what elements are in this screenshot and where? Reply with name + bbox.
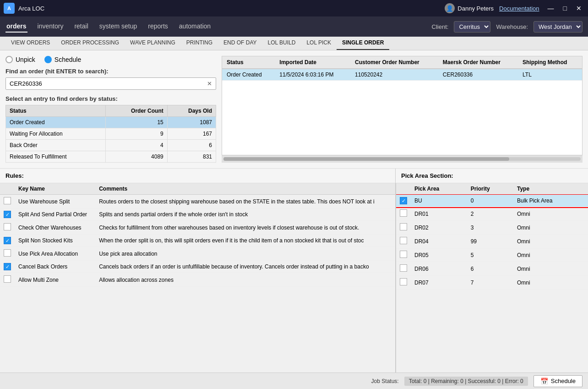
- rule-checkbox-0[interactable]: [4, 197, 11, 204]
- client-select[interactable]: Cerritus: [454, 21, 490, 33]
- rule-check-3[interactable]: [0, 235, 15, 247]
- pick-checkbox-2[interactable]: [400, 223, 407, 230]
- pick-row-6[interactable]: DR07 7 Omni: [396, 276, 588, 290]
- order-maersk-col: Maersk Order Number: [438, 56, 518, 69]
- pick-row-3[interactable]: DR04 99 Omni: [396, 235, 588, 248]
- order-count-col-header: Order Count: [105, 105, 167, 117]
- rule-check-4[interactable]: [0, 247, 15, 261]
- rule-checkbox-4[interactable]: [4, 249, 11, 257]
- pick-check-2[interactable]: [396, 221, 411, 235]
- sub-nav-printing[interactable]: PRINTING: [181, 37, 218, 50]
- sub-nav-lol-build[interactable]: LOL BUILD: [262, 37, 301, 50]
- status-cell-backorder: Back Order: [6, 140, 106, 151]
- nav-item-inventory[interactable]: inventory: [37, 21, 65, 33]
- nav-item-reports[interactable]: reports: [147, 21, 169, 33]
- rule-key-6: Allow Multi Zone: [15, 273, 95, 287]
- main-content: Unpick Schedule Find an order (hit ENTER…: [0, 50, 588, 389]
- pick-checkbox-3[interactable]: [400, 237, 407, 244]
- pick-priority-cell-1: 2: [467, 207, 513, 221]
- nav-item-system-setup[interactable]: system setup: [98, 21, 138, 33]
- app-title: Arca LOC: [18, 5, 44, 12]
- pick-check-1[interactable]: [396, 207, 411, 221]
- pick-area-cell-5: DR06: [411, 262, 467, 276]
- sub-nav-wave-planning[interactable]: WAVE PLANNING: [125, 37, 181, 50]
- count-cell-backorder: 4: [105, 140, 167, 151]
- sub-nav-end-of-day[interactable]: END OF DAY: [218, 37, 262, 50]
- pick-row-0[interactable]: BU 0 Bulk Pick Area: [396, 195, 588, 207]
- rule-checkbox-5[interactable]: [4, 263, 11, 270]
- pick-check-3[interactable]: [396, 235, 411, 248]
- pick-type-cell-6: Omni: [513, 276, 588, 290]
- schedule-button[interactable]: 📅 Schedule: [534, 375, 583, 387]
- sub-nav-order-processing[interactable]: ORDER PROCESSING: [55, 37, 125, 50]
- status-row-waiting[interactable]: Waiting For Allocation 9 167: [6, 128, 216, 140]
- rule-check-1[interactable]: [0, 208, 15, 221]
- pick-checkbox-5[interactable]: [400, 264, 407, 272]
- window-controls[interactable]: — □ ✕: [545, 4, 584, 13]
- pick-table: Pick Area Priority Type BU 0 Bulk Pick A…: [396, 183, 588, 290]
- rule-check-0[interactable]: [0, 195, 15, 208]
- pick-type-cell-0: Bulk Pick Area: [513, 195, 588, 207]
- pick-check-5[interactable]: [396, 262, 411, 276]
- status-table: Status Order Count Days Old Order Create…: [5, 105, 216, 163]
- order-row-0[interactable]: Order Created 11/5/2024 6:03:16 PM 11052…: [222, 69, 582, 81]
- rule-row-3: Split Non Stocked Kits When the order sp…: [0, 235, 395, 247]
- pick-priority-col: Priority: [467, 183, 513, 195]
- search-input[interactable]: [6, 78, 203, 89]
- pick-checkbox-4[interactable]: [400, 251, 407, 258]
- close-button[interactable]: ✕: [573, 4, 584, 13]
- documentation-link[interactable]: Documentation: [499, 5, 539, 12]
- rule-check-2[interactable]: [0, 221, 15, 235]
- job-status-label: Job Status:: [371, 378, 399, 384]
- rule-comment-0: Routes orders to the closest shipping wa…: [95, 195, 395, 208]
- bottom-section: Rules: Key Name Comments Use Warehouse S: [0, 169, 588, 373]
- pick-priority-cell-4: 5: [467, 248, 513, 262]
- pick-row-4[interactable]: DR05 5 Omni: [396, 248, 588, 262]
- status-cell-order-created: Order Created: [6, 117, 106, 128]
- warehouse-select[interactable]: West Jordan: [534, 21, 583, 33]
- rule-check-6[interactable]: [0, 273, 15, 287]
- rule-checkbox-2[interactable]: [4, 223, 11, 230]
- sub-nav-single-order[interactable]: SINGLE ORDER: [337, 37, 389, 50]
- radio-unpick[interactable]: Unpick: [5, 56, 35, 63]
- order-shipping-cell-0: LTL: [518, 69, 582, 81]
- minimize-button[interactable]: —: [545, 4, 557, 13]
- pick-row-1[interactable]: DR01 2 Omni: [396, 207, 588, 221]
- rules-check-col: [0, 183, 15, 195]
- nav-item-retail[interactable]: retail: [73, 21, 89, 33]
- status-row-order-created[interactable]: Order Created 15 1087: [6, 117, 216, 128]
- pick-row-2[interactable]: DR02 3 Omni: [396, 221, 588, 235]
- rule-checkbox-1[interactable]: [4, 211, 11, 218]
- search-clear-icon[interactable]: ✕: [203, 78, 216, 89]
- nav-item-orders[interactable]: orders: [5, 21, 27, 33]
- sub-nav-view-orders[interactable]: VIEW ORDERS: [5, 37, 55, 50]
- status-row-backorder[interactable]: Back Order 4 6: [6, 140, 216, 151]
- client-label: Client:: [432, 23, 449, 30]
- pick-check-0[interactable]: [396, 195, 411, 207]
- rule-checkbox-3[interactable]: [4, 237, 11, 244]
- radio-schedule[interactable]: Schedule: [44, 56, 81, 63]
- status-row-released[interactable]: Released To Fulfillment 4089 831: [6, 151, 216, 163]
- pick-checkbox-6[interactable]: [400, 278, 407, 285]
- pick-row-5[interactable]: DR06 6 Omni: [396, 262, 588, 276]
- pick-area-cell-2: DR02: [411, 221, 467, 235]
- count-cell-released: 4089: [105, 151, 167, 163]
- nav-item-automation[interactable]: automation: [178, 21, 212, 33]
- pick-check-6[interactable]: [396, 276, 411, 290]
- pick-check-4[interactable]: [396, 248, 411, 262]
- count-cell-waiting: 9: [105, 128, 167, 140]
- rule-key-1: Split And Send Partial Order: [15, 208, 95, 221]
- sub-nav-lol-pick[interactable]: LOL PICK: [301, 37, 337, 50]
- rule-check-5[interactable]: [0, 261, 15, 273]
- rule-checkbox-6[interactable]: [4, 275, 11, 283]
- order-imported-col: Imported Date: [275, 56, 350, 69]
- pick-type-col: Type: [513, 183, 588, 195]
- pick-checkbox-1[interactable]: [400, 209, 407, 217]
- maximize-button[interactable]: □: [561, 4, 570, 13]
- horizontal-scrollbar[interactable]: [222, 155, 583, 163]
- rule-comment-5: Cancels back orders if an order is unful…: [95, 261, 395, 273]
- pick-priority-cell-3: 99: [467, 235, 513, 248]
- pick-checkbox-0[interactable]: [400, 197, 407, 204]
- find-order-label: Find an order (hit ENTER to search):: [5, 68, 216, 75]
- days-cell-backorder: 6: [167, 140, 216, 151]
